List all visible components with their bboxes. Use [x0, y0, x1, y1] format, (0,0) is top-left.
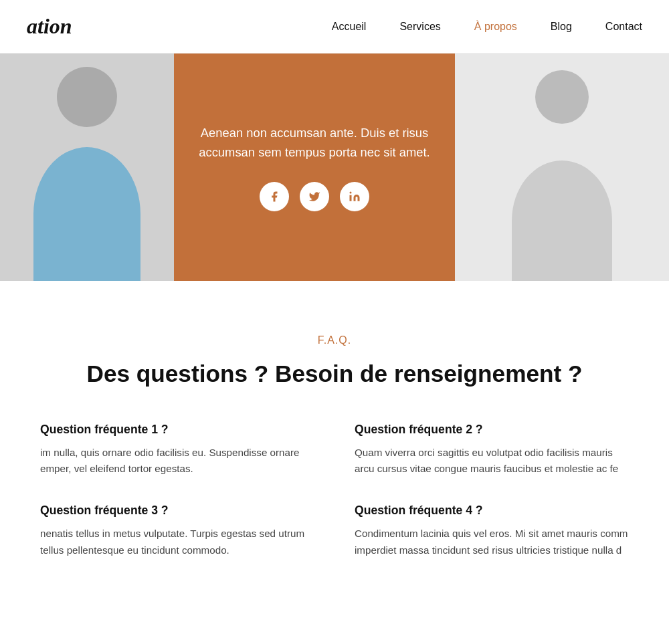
svg-rect-0	[350, 195, 352, 201]
facebook-icon[interactable]	[260, 182, 289, 211]
nav-item-blog[interactable]: Blog	[551, 21, 572, 33]
faq-answer-2: Quam viverra orci sagittis eu volutpat o…	[355, 445, 629, 477]
team-card: Aenean non accumsan ante. Duis et risus …	[174, 53, 455, 281]
faq-item-3: Question fréquente 3 ? nenatis tellus in…	[40, 504, 314, 558]
faq-question-1: Question fréquente 1 ?	[40, 423, 314, 437]
faq-section: F.A.Q. Des questions ? Besoin de renseig…	[0, 281, 669, 599]
faq-question-2: Question fréquente 2 ?	[355, 423, 629, 437]
site-logo[interactable]: ation	[27, 14, 72, 39]
faq-question-4: Question fréquente 4 ?	[355, 504, 629, 518]
faq-item-4: Question fréquente 4 ? Condimentum lacin…	[355, 504, 629, 558]
team-image-left	[0, 53, 174, 281]
faq-answer-1: im nulla, quis ornare odio facilisis eu.…	[40, 445, 314, 477]
nav-links: Accueil Services À propos Blog Contact	[332, 21, 642, 33]
person-left-placeholder	[0, 53, 174, 281]
person-right-placeholder	[455, 53, 669, 281]
nav-link-blog[interactable]: Blog	[551, 21, 572, 32]
nav-link-accueil[interactable]: Accueil	[332, 21, 367, 32]
team-image-right	[455, 53, 669, 281]
faq-label: F.A.Q.	[40, 334, 629, 346]
faq-question-3: Question fréquente 3 ?	[40, 504, 314, 518]
nav-link-services[interactable]: Services	[399, 21, 440, 32]
nav-link-contact[interactable]: Contact	[605, 21, 642, 32]
nav-item-contact[interactable]: Contact	[605, 21, 642, 33]
team-card-text: Aenean non accumsan ante. Duis et risus …	[194, 123, 435, 163]
nav-item-services[interactable]: Services	[399, 21, 440, 33]
nav-item-accueil[interactable]: Accueil	[332, 21, 367, 33]
faq-item-2: Question fréquente 2 ? Quam viverra orci…	[355, 423, 629, 477]
faq-grid: Question fréquente 1 ? im nulla, quis or…	[40, 423, 629, 558]
social-icons-group	[260, 182, 369, 211]
nav-item-apropos[interactable]: À propos	[474, 21, 517, 33]
twitter-icon[interactable]	[300, 182, 329, 211]
faq-answer-4: Condimentum lacinia quis vel eros. Mi si…	[355, 526, 629, 558]
nav-link-apropos[interactable]: À propos	[474, 21, 517, 32]
team-section: Aenean non accumsan ante. Duis et risus …	[0, 53, 669, 281]
faq-title: Des questions ? Besoin de renseignement …	[40, 358, 629, 389]
faq-answer-3: nenatis tellus in metus vulputate. Turpi…	[40, 526, 314, 558]
navbar: ation Accueil Services À propos Blog Con…	[0, 0, 669, 53]
linkedin-icon[interactable]	[340, 182, 369, 211]
svg-point-1	[350, 192, 352, 194]
faq-item-1: Question fréquente 1 ? im nulla, quis or…	[40, 423, 314, 477]
